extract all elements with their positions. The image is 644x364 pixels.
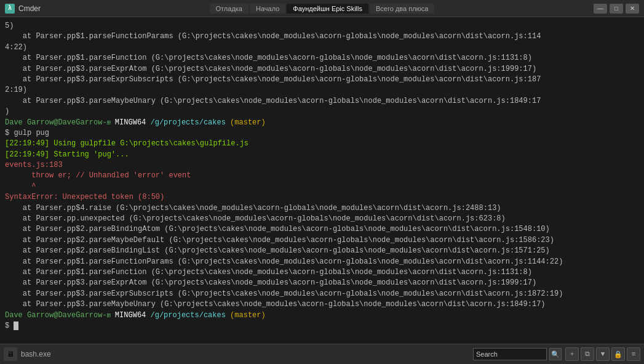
maximize-button[interactable]: □ xyxy=(610,4,623,14)
terminal-line: 2:19) xyxy=(5,85,639,95)
prompt-pc: DaveGarrow-⊞ xyxy=(58,118,110,127)
prompt-user: Dave Garrow xyxy=(5,311,54,320)
terminal-line: [22:19:49] Starting 'pug'... xyxy=(5,150,639,160)
title-bar-tabs: ОтладкаНачалоФаундейшн Epic SkillsВсего … xyxy=(210,4,435,14)
close-button[interactable]: ✕ xyxy=(626,4,639,14)
prompt-dollar: $ xyxy=(5,322,14,330)
terminal-line: at Parser.pp.unexpected (G:\projects\cak… xyxy=(5,214,639,224)
status-shell-icon: 🖥 xyxy=(4,347,17,361)
terminal-line: at Parser.pp$3.parseMaybeUnary (G:\proje… xyxy=(5,299,639,310)
terminal-area[interactable]: 5) at Parser.pp$1.parseFunctionParams (G… xyxy=(0,17,644,344)
status-bar: 🖥 bash.exe 🔍 + ⧉ ▼ 🔒 ≡ xyxy=(0,344,644,364)
terminal-line: Dave Garrow@DaveGarrow-⊞ MINGW64 /g/proj… xyxy=(5,310,639,321)
terminal-line: events.js:183 xyxy=(5,160,639,171)
search-button[interactable]: 🔍 xyxy=(549,348,562,360)
terminal-line: at Parser.pp$2.parseMaybeDefault (G:\pro… xyxy=(5,235,639,246)
tab-item[interactable]: Начало xyxy=(250,4,285,14)
cursor xyxy=(14,322,18,330)
terminal-line: $ xyxy=(5,321,639,331)
terminal-line: at Parser.pp$1.parseFunctionParams (G:\p… xyxy=(5,31,639,42)
add-tab-button[interactable]: + xyxy=(565,347,579,361)
settings-button[interactable]: ▼ xyxy=(596,347,610,361)
prompt-mingw: MINGW64 xyxy=(111,118,151,127)
prompt-branch: (master) xyxy=(230,118,266,127)
terminal-line: ^ xyxy=(5,182,639,192)
menu-button[interactable]: ≡ xyxy=(627,347,640,361)
minimize-button[interactable]: — xyxy=(594,4,607,14)
title-bar: λ Cmder ОтладкаНачалоФаундейшн Epic Skil… xyxy=(0,0,644,17)
terminal-line: Dave Garrow@DaveGarrow-⊞ MINGW64 /g/proj… xyxy=(5,118,639,128)
tab-item[interactable]: Всего два плюса xyxy=(370,4,434,14)
shell-label: bash.exe xyxy=(21,350,51,358)
tab-item[interactable]: Фаундейшн Epic Skills xyxy=(287,4,368,14)
split-button[interactable]: ⧉ xyxy=(581,347,594,361)
prompt-branch: (master) xyxy=(230,311,266,320)
terminal-line: at Parser.pp$1.parseFunctionParams (G:\p… xyxy=(5,257,639,267)
prompt-path: /g/projects/cakes xyxy=(150,118,230,127)
terminal-line: at Parser.pp$1.parseFunction (G:\project… xyxy=(5,267,639,278)
prompt-path: /g/projects/cakes xyxy=(150,311,230,320)
terminal-line: at Parser.pp$2.parseBindingAtom (G:\proj… xyxy=(5,224,639,235)
status-right-icons: + ⧉ ▼ 🔒 ≡ xyxy=(565,347,640,361)
terminal-line: SyntaxError: Unexpected token (8:50) xyxy=(5,192,639,203)
title-controls: — □ ✕ xyxy=(594,4,639,14)
app-title: Cmder xyxy=(18,4,41,13)
terminal-line: at Parser.pp$3.parseExprSubscripts (G:\p… xyxy=(5,75,639,85)
prompt-pc: DaveGarrow-⊞ xyxy=(58,311,110,320)
search-area: 🔍 xyxy=(473,348,562,360)
terminal-line: ) xyxy=(5,107,639,117)
terminal-line: 4:22) xyxy=(5,42,639,53)
app-icon: λ xyxy=(5,4,15,14)
prompt-mingw: MINGW64 xyxy=(111,311,151,320)
terminal-line: at Parser.pp$3.parseExprSubscripts (G:\p… xyxy=(5,289,639,299)
terminal-line: 5) xyxy=(5,21,639,31)
search-input[interactable] xyxy=(473,348,547,360)
terminal-line: at Parser.pp$3.parseMaybeUnary (G:\proje… xyxy=(5,96,639,107)
terminal-line: at Parser.pp$3.parseExprAtom (G:\project… xyxy=(5,64,639,75)
title-bar-left: λ Cmder xyxy=(5,4,41,14)
terminal-line: [22:19:49] Using gulpfile G:\projects\ca… xyxy=(5,139,639,149)
terminal-line: at Parser.pp$2.parseBindingList (G:\proj… xyxy=(5,246,639,256)
tab-item[interactable]: Отладка xyxy=(210,4,248,14)
terminal-line: at Parser.pp$4.raise (G:\projects\cakes\… xyxy=(5,203,639,214)
lock-button[interactable]: 🔒 xyxy=(611,347,625,361)
terminal-line: at Parser.pp$3.parseExprAtom (G:\project… xyxy=(5,278,639,288)
shell-icon-glyph: 🖥 xyxy=(7,350,14,359)
terminal-line: throw er; // Unhandled 'error' event xyxy=(5,171,639,181)
terminal-line: $ gulp pug xyxy=(5,128,639,139)
terminal-line: at Parser.pp$1.parseFunction (G:\project… xyxy=(5,53,639,63)
prompt-user: Dave Garrow xyxy=(5,118,54,127)
